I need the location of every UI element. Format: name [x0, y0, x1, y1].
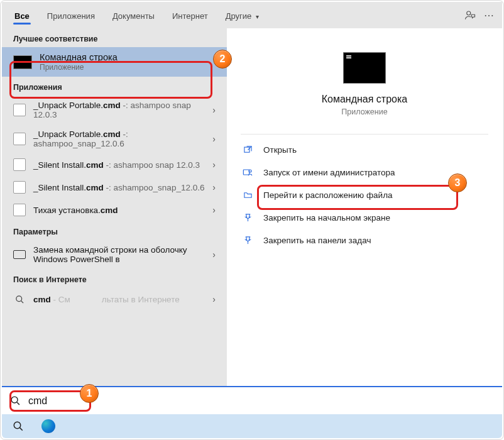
svg-point-1	[16, 295, 21, 301]
admin-icon	[242, 167, 253, 178]
action-pin-taskbar[interactable]: Закрепить на панели задач	[227, 229, 502, 251]
tab-bar: Все Приложения Документы Интернет Другие…	[2, 2, 502, 28]
app-result-3[interactable]: _Silent Install.cmd -: ashampoo_snap_12.…	[2, 176, 227, 199]
taskbar-search-button[interactable]	[6, 416, 31, 436]
tab-more-label: Другие	[226, 11, 252, 21]
app-result-title: _Unpack Portable.cmd -: ashampoo_snap_12…	[33, 129, 209, 148]
search-input[interactable]	[28, 395, 502, 407]
setting-result[interactable]: Замена командной строки на оболочку Wind…	[2, 240, 227, 269]
open-icon	[242, 144, 253, 155]
file-icon	[13, 204, 26, 216]
results-column: Лучшее соответствие Командная строка При…	[2, 28, 227, 409]
tab-more[interactable]: Другие ▾	[217, 5, 268, 26]
tab-docs[interactable]: Документы	[104, 5, 163, 26]
action-admin-label: Запуск от имени администратора	[263, 168, 395, 177]
action-open[interactable]: Открыть	[227, 138, 502, 161]
action-location-label: Перейти к расположению файла	[263, 190, 393, 200]
action-pin-start[interactable]: Закрепить на начальном экране	[227, 206, 502, 229]
taskbar	[2, 414, 502, 438]
pin-icon	[242, 212, 253, 223]
section-apps: Приложения	[2, 77, 227, 96]
file-icon	[13, 133, 26, 145]
action-pin-start-label: Закрепить на начальном экране	[263, 213, 390, 223]
best-match-item[interactable]: Командная строка Приложение	[2, 47, 227, 77]
folder-icon	[242, 189, 253, 201]
app-result-title: _Unpack Portable.cmd -: ashampoo snap 12…	[33, 101, 209, 119]
setting-result-title: Замена командной строки на оболочку Wind…	[33, 245, 209, 264]
chevron-right-icon[interactable]: ›	[209, 134, 219, 144]
svg-line-2	[21, 300, 23, 302]
chevron-right-icon[interactable]: ›	[209, 205, 219, 215]
tab-apps[interactable]: Приложения	[38, 5, 104, 26]
app-result-0[interactable]: _Unpack Portable.cmd -: ashampoo snap 12…	[2, 96, 227, 124]
pin-icon	[242, 234, 253, 246]
app-result-1[interactable]: _Unpack Portable.cmd -: ashampoo_snap_12…	[2, 124, 227, 153]
chevron-right-icon[interactable]: ›	[209, 160, 219, 170]
file-icon	[13, 181, 26, 194]
callout-badge-1: 1	[80, 384, 99, 403]
app-result-title: _Silent Install.cmd -: ashampoo_snap_12.…	[33, 183, 209, 192]
section-web: Поиск в Интернете	[2, 269, 227, 288]
edge-icon	[41, 419, 55, 433]
action-pin-task-label: Закрепить на панели задач	[263, 236, 371, 245]
app-result-title: Тихая установка.cmd	[33, 206, 209, 215]
tab-web[interactable]: Интернет	[163, 5, 217, 26]
preview-title: Командная строка	[322, 94, 408, 105]
tab-all[interactable]: Все	[6, 5, 38, 26]
section-settings: Параметры	[2, 221, 227, 240]
more-icon[interactable]: ⋯	[479, 6, 498, 25]
web-result[interactable]: cmd - Смльтаты в Интернете ›	[2, 288, 227, 311]
cmd-icon	[13, 55, 32, 69]
web-result-title: cmd - Смльтаты в Интернете	[33, 295, 209, 304]
chevron-down-icon: ▾	[256, 13, 259, 20]
taskbar-edge-button[interactable]	[36, 416, 61, 436]
app-result-title: _Silent Install.cmd -: ashampoo snap 12.…	[33, 160, 209, 170]
svg-point-10	[14, 422, 21, 429]
chevron-right-icon[interactable]: ›	[209, 182, 219, 192]
svg-line-11	[20, 428, 23, 431]
file-icon	[13, 158, 26, 171]
search-panel: Все Приложения Документы Интернет Другие…	[2, 2, 502, 409]
preview-pane: Командная строка Приложение Открыть Запу…	[227, 28, 502, 409]
chevron-right-icon[interactable]: ›	[209, 294, 219, 304]
section-best-match: Лучшее соответствие	[2, 28, 227, 47]
search-icon	[13, 293, 26, 305]
divider	[241, 134, 488, 135]
best-match-sub: Приложение	[40, 63, 219, 72]
callout-badge-3: 3	[448, 173, 467, 192]
best-match-title: Командная строка	[40, 52, 219, 62]
chevron-right-icon[interactable]: ›	[209, 105, 219, 115]
svg-point-8	[11, 397, 18, 403]
action-open-label: Открыть	[263, 145, 297, 155]
chevron-right-icon[interactable]: ›	[209, 250, 219, 260]
app-result-2[interactable]: _Silent Install.cmd -: ashampoo snap 12.…	[2, 153, 227, 176]
svg-rect-4	[243, 170, 249, 175]
search-icon	[2, 395, 28, 406]
app-result-4[interactable]: Тихая установка.cmd ›	[2, 199, 227, 221]
preview-cmd-icon	[343, 52, 386, 84]
svg-rect-3	[244, 147, 249, 152]
feedback-icon[interactable]	[461, 6, 479, 25]
preview-subtitle: Приложение	[341, 107, 387, 116]
svg-line-9	[16, 402, 19, 405]
callout-badge-2: 2	[213, 50, 232, 69]
monitor-icon	[13, 250, 26, 259]
file-icon	[13, 104, 26, 116]
search-bar[interactable]	[2, 386, 502, 414]
svg-point-0	[467, 11, 471, 15]
